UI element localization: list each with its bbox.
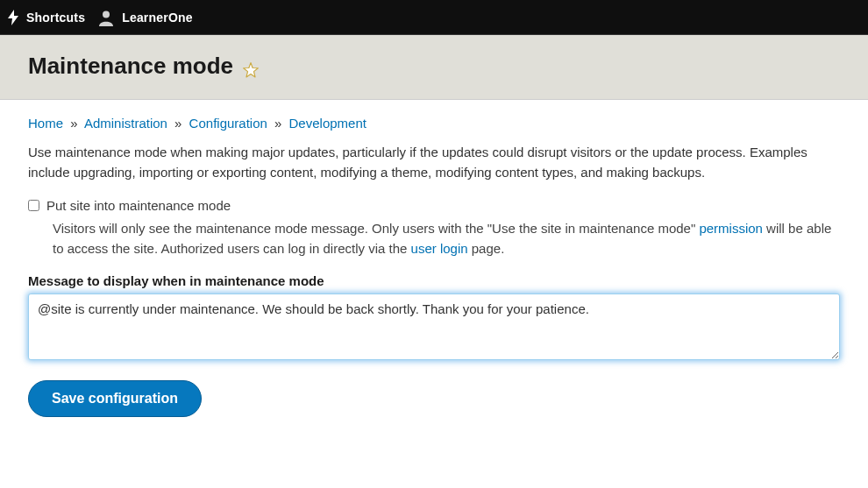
toolbar-shortcuts[interactable]: Shortcuts xyxy=(7,10,85,25)
message-label: Message to display when in maintenance m… xyxy=(28,273,840,288)
page-title: Maintenance mode xyxy=(28,53,868,80)
breadcrumb-home[interactable]: Home xyxy=(28,116,63,131)
admin-toolbar: Shortcuts LearnerOne xyxy=(0,0,868,35)
maintenance-checkbox[interactable] xyxy=(28,200,39,211)
user-icon xyxy=(97,9,115,26)
breadcrumb: Home » Administration » Configuration » … xyxy=(28,116,840,131)
maintenance-checkbox-wrapper: Put site into maintenance mode Visitors … xyxy=(28,198,840,259)
main-content: Home » Administration » Configuration » … xyxy=(0,100,868,442)
message-textarea[interactable] xyxy=(28,294,840,360)
breadcrumb-sep: » xyxy=(274,116,281,131)
toolbar-username: LearnerOne xyxy=(122,11,193,25)
breadcrumb-development[interactable]: Development xyxy=(289,116,366,131)
toolbar-shortcuts-label: Shortcuts xyxy=(26,11,85,25)
star-icon[interactable] xyxy=(242,58,260,75)
save-button[interactable]: Save configuration xyxy=(28,380,202,417)
page-header: Maintenance mode xyxy=(0,35,868,100)
breadcrumb-configuration[interactable]: Configuration xyxy=(189,116,267,131)
maintenance-checkbox-label[interactable]: Put site into maintenance mode xyxy=(46,198,231,213)
toolbar-user[interactable]: LearnerOne xyxy=(97,9,193,26)
desc-text: Visitors will only see the maintenance m… xyxy=(53,221,699,236)
permission-link[interactable]: permission xyxy=(699,221,763,236)
intro-text: Use maintenance mode when making major u… xyxy=(28,143,840,182)
desc-text: page. xyxy=(472,241,505,256)
breadcrumb-administration[interactable]: Administration xyxy=(84,116,167,131)
breadcrumb-sep: » xyxy=(174,116,181,131)
user-login-link[interactable]: user login xyxy=(411,241,468,256)
breadcrumb-sep: » xyxy=(70,116,77,131)
svg-point-0 xyxy=(103,11,110,18)
maintenance-checkbox-description: Visitors will only see the maintenance m… xyxy=(53,218,840,259)
bolt-icon xyxy=(7,10,19,25)
page-title-text: Maintenance mode xyxy=(28,53,233,80)
